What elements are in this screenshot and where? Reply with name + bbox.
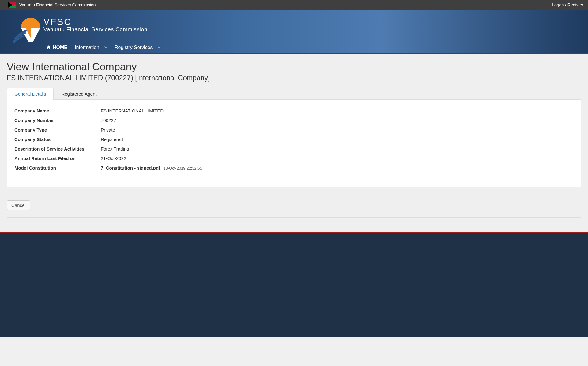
row-annual-return: Annual Return Last Filed on 21-Oct-2022 — [14, 156, 574, 161]
nav-registry-label: Registry Services — [115, 45, 153, 50]
nav-registry-services[interactable]: Registry Services — [115, 45, 160, 50]
nav-information-label: Information — [75, 45, 99, 50]
chevron-down-icon — [158, 46, 161, 49]
home-icon — [47, 45, 51, 50]
label-company-status: Company Status — [14, 137, 101, 142]
label-service-activities: Description of Service Activities — [14, 146, 101, 151]
logon-register-link[interactable]: Logon / Register — [552, 2, 583, 7]
details-panel: Company Name FS INTERNATIONAL LIMITED Co… — [7, 100, 581, 187]
divider — [7, 217, 581, 218]
top-bar: Vanuatu Financial Services Commission Lo… — [0, 0, 588, 10]
top-bar-title: Vanuatu Financial Services Commission — [19, 2, 96, 7]
header: VFSC Vanuatu Financial Services Commissi… — [0, 10, 588, 54]
row-service-activities: Description of Service Activities Forex … — [14, 146, 574, 151]
label-company-number: Company Number — [14, 118, 101, 123]
cancel-button[interactable]: Cancel — [7, 200, 30, 210]
top-bar-left: Vanuatu Financial Services Commission — [8, 2, 96, 8]
nav-home-label: HOME — [53, 45, 67, 50]
label-company-type: Company Type — [14, 127, 101, 132]
value-annual-return: 21-Oct-2022 — [101, 156, 126, 161]
label-annual-return: Annual Return Last Filed on — [14, 156, 101, 161]
page-subtitle: FS INTERNATIONAL LIMITED (700227) [Inter… — [7, 74, 581, 82]
nav-home[interactable]: HOME — [47, 45, 67, 50]
content: View International Company FS INTERNATIO… — [0, 54, 588, 232]
brand-text: VFSC Vanuatu Financial Services Commissi… — [43, 17, 147, 35]
row-company-number: Company Number 700227 — [14, 118, 574, 123]
divider — [7, 195, 581, 195]
value-company-type: Private — [101, 127, 115, 132]
constitution-file-link[interactable]: 7. Constitution - signed.pdf — [101, 165, 160, 170]
vfsc-logo-icon — [12, 15, 40, 43]
brand-divider — [43, 35, 145, 35]
vanuatu-flag-icon — [8, 2, 16, 8]
row-company-status: Company Status Registered — [14, 137, 574, 142]
row-company-name: Company Name FS INTERNATIONAL LIMITED — [14, 108, 574, 113]
footer — [0, 232, 588, 337]
tabs: General Details Registered Agent — [7, 88, 581, 100]
label-company-name: Company Name — [14, 108, 101, 113]
brand-full: Vanuatu Financial Services Commission — [43, 26, 147, 33]
brand-acronym: VFSC — [43, 17, 147, 27]
value-model-constitution: 7. Constitution - signed.pdf 13-Oct-2019… — [101, 165, 202, 170]
row-model-constitution: Model Constitution 7. Constitution - sig… — [14, 165, 574, 170]
main-nav: HOME Information Registry Services — [0, 42, 588, 53]
constitution-file-date: 13-Oct-2019 22:32:55 — [163, 166, 202, 170]
nav-information[interactable]: Information — [75, 45, 107, 50]
row-company-type: Company Type Private — [14, 127, 574, 132]
tab-registered-agent[interactable]: Registered Agent — [54, 88, 104, 100]
header-content: VFSC Vanuatu Financial Services Commissi… — [0, 15, 588, 43]
top-bar-right: Logon / Register — [547, 0, 588, 10]
tab-general-details[interactable]: General Details — [7, 88, 54, 100]
chevron-down-icon — [104, 46, 107, 49]
page-title: View International Company — [7, 61, 581, 73]
value-company-status: Registered — [101, 137, 123, 142]
label-model-constitution: Model Constitution — [14, 165, 101, 170]
value-company-name: FS INTERNATIONAL LIMITED — [101, 108, 164, 113]
value-service-activities: Forex Trading — [101, 146, 129, 151]
value-company-number: 700227 — [101, 118, 116, 123]
